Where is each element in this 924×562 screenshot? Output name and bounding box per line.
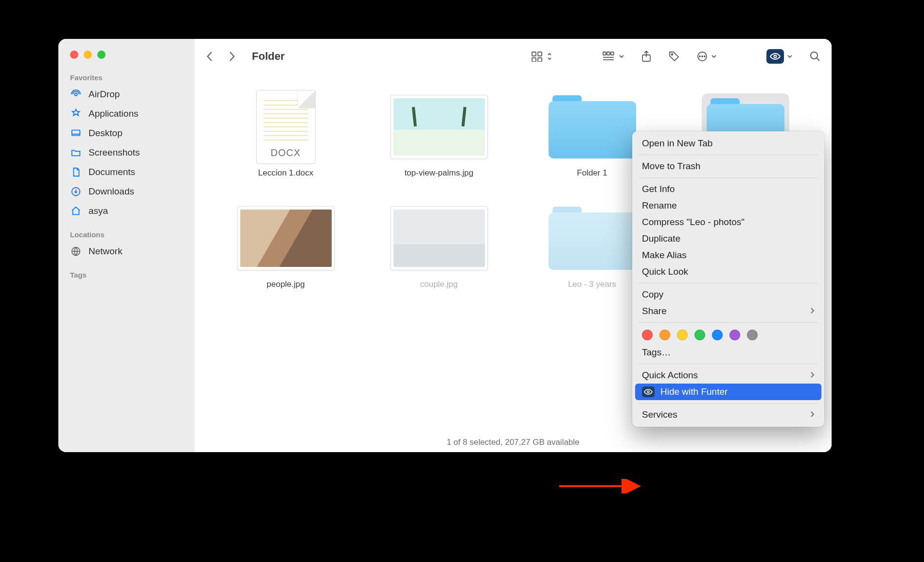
page-title: Folder <box>252 50 284 63</box>
tag-color-purple[interactable] <box>729 330 740 340</box>
menu-tags[interactable]: Tags… <box>632 344 824 361</box>
menu-item-label: Rename <box>642 200 677 211</box>
group-by-button[interactable] <box>602 51 624 62</box>
sidebar-item-home[interactable]: asya <box>58 201 195 221</box>
favorites-header: Favorites <box>58 70 195 85</box>
menu-quick-look[interactable]: Quick Look <box>632 263 824 280</box>
sidebar-item-network[interactable]: Network <box>58 242 195 261</box>
menu-open-new-tab[interactable]: Open in New Tab <box>632 135 824 152</box>
file-label: Leccion 1.docx <box>258 168 313 178</box>
docx-badge: DOCX <box>257 147 315 158</box>
chevron-updown-icon <box>547 52 552 61</box>
menu-duplicate[interactable]: Duplicate <box>632 230 824 247</box>
sidebar-item-label: Screenshots <box>89 147 140 158</box>
file-item-image-couple[interactable]: couple.jpg <box>372 202 506 289</box>
menu-separator <box>638 177 818 178</box>
menu-copy[interactable]: Copy <box>632 286 824 303</box>
file-item-image-people[interactable]: people.jpg <box>219 202 353 289</box>
menu-item-label: Quick Look <box>642 266 688 277</box>
forward-button[interactable] <box>228 50 236 63</box>
more-actions-button[interactable] <box>696 51 717 62</box>
status-bar: 1 of 8 selected, 207,27 GB available <box>195 432 832 452</box>
tag-color-red[interactable] <box>642 330 653 340</box>
menu-rename[interactable]: Rename <box>632 197 824 214</box>
menu-quick-actions[interactable]: Quick Actions <box>632 367 824 384</box>
svg-rect-11 <box>611 52 614 55</box>
menu-get-info[interactable]: Get Info <box>632 181 824 197</box>
tag-color-gray[interactable] <box>747 330 758 340</box>
funter-toolbar-button[interactable] <box>766 49 793 64</box>
chevron-right-icon <box>810 306 815 316</box>
sidebar-item-label: Network <box>89 246 123 257</box>
sidebar-item-downloads[interactable]: Downloads <box>58 182 195 201</box>
file-label: people.jpg <box>267 280 304 289</box>
menu-make-alias[interactable]: Make Alias <box>632 247 824 263</box>
menu-compress[interactable]: Compress "Leo - photos" <box>632 214 824 230</box>
svg-point-0 <box>74 93 77 96</box>
tag-color-orange[interactable] <box>659 330 670 340</box>
sidebar-item-label: Applications <box>89 108 138 119</box>
view-icons-button[interactable] <box>531 51 552 62</box>
menu-item-label: Move to Trash <box>642 161 700 172</box>
chevron-right-icon <box>810 370 815 381</box>
file-label: Leo - 3 years <box>568 280 616 289</box>
menu-item-label: Make Alias <box>642 250 687 261</box>
tag-color-blue[interactable] <box>712 330 723 340</box>
downloads-icon <box>70 186 82 197</box>
sidebar-item-screenshots[interactable]: Screenshots <box>58 143 195 162</box>
desktop-icon <box>70 127 82 139</box>
search-button[interactable] <box>809 51 821 62</box>
svg-rect-10 <box>607 52 610 55</box>
svg-rect-6 <box>538 52 542 56</box>
toolbar: Folder <box>195 39 832 71</box>
tag-color-yellow[interactable] <box>677 330 688 340</box>
menu-item-label: Copy <box>642 289 663 300</box>
back-button[interactable] <box>205 50 214 63</box>
document-icon <box>70 166 82 178</box>
chevron-down-icon <box>711 53 717 59</box>
share-button[interactable] <box>641 50 652 63</box>
svg-rect-1 <box>72 130 80 136</box>
file-item-image-palms[interactable]: top-view-palms.jpg <box>372 90 506 182</box>
file-item-docx[interactable]: DOCX Leccion 1.docx <box>219 90 353 182</box>
sidebar-item-documents[interactable]: Documents <box>58 162 195 182</box>
context-menu: Open in New Tab Move to Trash Get Info R… <box>632 131 824 427</box>
menu-item-label: Hide with Funter <box>660 386 728 397</box>
home-icon <box>70 205 82 217</box>
sidebar: Favorites AirDrop Applications Desktop S… <box>58 39 195 452</box>
svg-line-22 <box>817 58 819 61</box>
menu-item-label: Share <box>642 306 667 316</box>
menu-hide-with-funter[interactable]: Hide with Funter <box>635 384 821 400</box>
menu-share[interactable]: Share <box>632 303 824 319</box>
sidebar-item-label: asya <box>89 206 108 216</box>
sidebar-item-airdrop[interactable]: AirDrop <box>58 85 195 104</box>
tag-color-row <box>632 326 824 344</box>
sidebar-item-applications[interactable]: Applications <box>58 104 195 123</box>
svg-point-20 <box>774 55 777 58</box>
menu-item-label: Get Info <box>642 184 675 194</box>
menu-separator <box>638 403 818 404</box>
tags-button[interactable] <box>668 51 680 62</box>
minimize-window-button[interactable] <box>84 51 92 59</box>
close-window-button[interactable] <box>70 51 78 59</box>
tag-color-green[interactable] <box>694 330 705 340</box>
tags-header: Tags <box>58 268 195 282</box>
network-icon <box>70 246 82 257</box>
menu-separator <box>638 364 818 364</box>
svg-point-18 <box>702 56 703 57</box>
menu-item-label: Compress "Leo - photos" <box>642 217 745 228</box>
menu-item-label: Open in New Tab <box>642 138 712 149</box>
file-label: couple.jpg <box>420 280 458 289</box>
menu-move-trash[interactable]: Move to Trash <box>632 158 824 175</box>
svg-rect-5 <box>532 52 536 56</box>
menu-item-label: Duplicate <box>642 233 680 244</box>
svg-rect-8 <box>538 58 542 62</box>
sidebar-item-desktop[interactable]: Desktop <box>58 123 195 143</box>
svg-rect-9 <box>603 52 606 55</box>
sidebar-item-label: Downloads <box>89 186 134 197</box>
fullscreen-window-button[interactable] <box>97 51 106 59</box>
menu-separator <box>638 283 818 283</box>
sidebar-item-label: Desktop <box>89 128 123 139</box>
annotation-arrow <box>559 479 647 493</box>
menu-services[interactable]: Services <box>632 406 824 423</box>
